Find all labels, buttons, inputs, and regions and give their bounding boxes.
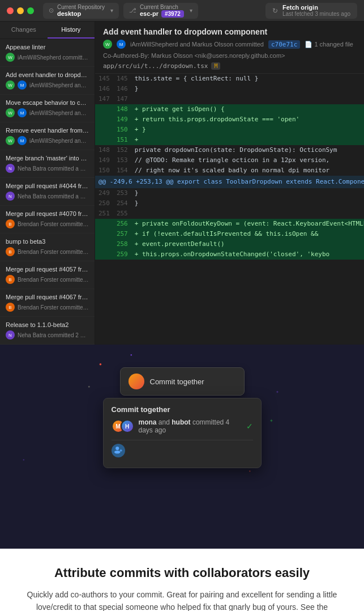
diff-row: 149+ return this.props.dropdownState ===…	[95, 114, 364, 125]
sidebar-item-meta: NNeha Batra committed a day ago	[6, 164, 89, 173]
avatar: N	[6, 164, 15, 173]
sidebar-item-meta: WiAmWillShepherd committed a day ago	[6, 53, 89, 62]
diff-header-content: @@ -249,6 +253,13 @@ export class Toolba…	[95, 176, 364, 188]
line-num-new: 149	[113, 114, 131, 125]
line-num-old	[95, 219, 113, 229]
line-num-new: 146	[113, 84, 131, 94]
line-content: + }	[131, 125, 364, 135]
line-num-new: 154	[113, 166, 131, 176]
sidebar-item-meta-text: iAmWillShepherd committed a day ago	[18, 54, 89, 61]
sidebar-item[interactable]: Merge pull request #4067 from desk...BBr…	[0, 289, 95, 317]
check-icon: ✓	[246, 422, 253, 431]
sidebar-item-meta-text: Brendan Forster committed 2 days ago	[18, 221, 89, 227]
author1-name: mona	[139, 418, 157, 426]
commit-hash[interactable]: c70e71c	[268, 40, 300, 49]
commit-input-card[interactable]: Commit together	[120, 367, 245, 396]
line-num-old: 150	[95, 166, 113, 176]
add-coauthor-row[interactable]	[112, 440, 253, 461]
tooltip-authors: M H mona and hubot committed 4 days ago …	[112, 418, 253, 434]
sidebar-item-title: bump to beta3	[6, 238, 89, 245]
tab-history[interactable]: History	[48, 22, 95, 39]
fetch-label: Fetch origin	[282, 4, 350, 11]
file-modified-badge: M	[211, 62, 220, 70]
sidebar-item-meta: WMiAmWillShepherd and Markus Olson...	[6, 80, 89, 90]
tooltip-author-text: mona and hubot committed 4 days ago	[139, 418, 242, 434]
tooltip-avatars: M H	[112, 419, 134, 433]
tab-changes[interactable]: Changes	[0, 22, 48, 39]
minimize-button[interactable]	[17, 7, 24, 14]
sidebar-item[interactable]: Move escape behavior to correct co...WMi…	[0, 95, 95, 122]
line-num-old	[95, 249, 113, 260]
refresh-icon: ↻	[272, 7, 278, 15]
sidebar-item[interactable]: Appease linterWiAmWillShepherd committed…	[0, 39, 95, 67]
line-num-old: 249	[95, 188, 113, 198]
sidebar-item-meta-text: Neha Batra committed a day ago	[18, 193, 89, 200]
diff-row: 149153 // @TODO: Remake triangle octicon…	[95, 155, 364, 166]
line-content: this.state = { clientRect: null }	[131, 74, 364, 84]
line-num-old	[95, 104, 113, 114]
line-num-old	[95, 135, 113, 145]
sidebar-item-meta-text: Brendan Forster committed 2 days ago	[18, 304, 89, 311]
sidebar-item[interactable]: Merge pull request #4070 from desk...BBr…	[0, 206, 95, 234]
sidebar-item-meta: BBrendan Forster committed 2 days ago	[6, 247, 89, 256]
sidebar-item-title: Add event handler to dropdown comm...	[6, 71, 89, 78]
line-num-new: 257	[113, 229, 131, 239]
line-num-new: 254	[113, 198, 131, 209]
sidebar-item-title: Move escape behavior to correct co...	[6, 99, 89, 106]
close-button[interactable]	[7, 7, 14, 14]
diff-row: 250254 }	[95, 198, 364, 209]
sidebar-item[interactable]: Release to 1.1.0-beta2NNeha Batra commit…	[0, 317, 95, 345]
dot-3: ●	[88, 384, 90, 388]
sidebar: Changes History Appease linterWiAmWillSh…	[0, 22, 95, 345]
main-panel: Add event handler to dropdown component …	[95, 22, 364, 345]
sidebar-item[interactable]: bump to beta3BBrendan Forster committed …	[0, 234, 95, 261]
avatar: B	[6, 275, 15, 284]
file-path: app/src/ui/t.../dropdown.tsx M	[103, 62, 356, 70]
maximize-button[interactable]	[27, 7, 34, 14]
line-num-new: 255	[113, 209, 131, 219]
current-repo-section[interactable]: ⊙ Current Repository desktop ▾	[43, 3, 119, 19]
diff-row: 146146 }	[95, 84, 364, 94]
diff-row: 151+	[95, 135, 364, 145]
line-num-new: 258	[113, 239, 131, 249]
sidebar-item-meta-text: Brendan Forster committed 2 days ago	[18, 249, 89, 255]
sidebar-item-meta: BBrendan Forster committed 2 days ago	[6, 303, 89, 312]
diff-row: 150154 // right now it's scaled badly on…	[95, 166, 364, 176]
current-branch-section[interactable]: ⎇ Current Branch esc-pr #3972 ▾	[123, 3, 198, 19]
pr-badge: #3972	[161, 10, 184, 18]
sidebar-item-meta-text: iAmWillShepherd and Markus Olson...	[29, 138, 89, 144]
and-text: and	[159, 418, 172, 426]
sidebar-item-title: Release to 1.1.0-beta2	[6, 321, 89, 328]
line-num-new: 259	[113, 249, 131, 260]
sidebar-item-title: Merge branch 'master' into esc-pr	[6, 155, 89, 162]
line-num-new: 151	[113, 135, 131, 145]
diff-row: 150+ }	[95, 125, 364, 135]
line-content: + if (!event.defaultIsPrevented && this.…	[131, 229, 364, 239]
sidebar-item-meta: WMiAmWillShepherd and Markus Olson...	[6, 108, 89, 117]
bottom-body-text: Quickly add co-authors to your commit. G…	[27, 590, 337, 611]
branch-icon: ⎇	[129, 7, 136, 14]
line-content: + private get isOpen() {	[131, 104, 364, 114]
sidebar-item[interactable]: Merge pull request #4057 from desk...BBr…	[0, 261, 95, 289]
sidebar-item[interactable]: Add event handler to dropdown comm...WMi…	[0, 67, 95, 95]
line-num-old: 145	[95, 74, 113, 84]
branch-name: esc-pr	[140, 10, 159, 17]
dot-6: ●	[249, 469, 251, 473]
avatar: W	[6, 53, 15, 62]
fetch-origin-button[interactable]: ↻ Fetch origin Last fetched 3 minutes ag…	[265, 3, 357, 19]
sidebar-item-title: Merge pull request #4044 from des...	[6, 183, 89, 189]
sidebar-item-meta: NNeha Batra committed a day ago	[6, 192, 89, 201]
main-header: Add event handler to dropdown component …	[95, 22, 364, 74]
sidebar-item[interactable]: Merge pull request #4044 from des...NNeh…	[0, 178, 95, 206]
diff-view: 145145 this.state = { clientRect: null }…	[95, 74, 364, 345]
line-content: }	[131, 84, 364, 94]
sidebar-item[interactable]: Merge branch 'master' into esc-prNNeha B…	[0, 150, 95, 178]
sidebar-item[interactable]: Remove event handler from the bra...WMiA…	[0, 122, 95, 150]
sidebar-item-meta-text: iAmWillShepherd and Markus Olson...	[29, 82, 89, 88]
sidebar-item-meta: NNeha Batra committed 2 days ago	[6, 330, 89, 340]
line-num-new: 153	[113, 155, 131, 166]
line-num-old: 250	[95, 198, 113, 209]
commit-title: Add event handler to dropdown component	[103, 27, 356, 36]
sidebar-item-meta-text: Neha Batra committed 2 days ago	[18, 332, 89, 338]
line-content: + return this.props.dropdownState === 'o…	[131, 114, 364, 125]
